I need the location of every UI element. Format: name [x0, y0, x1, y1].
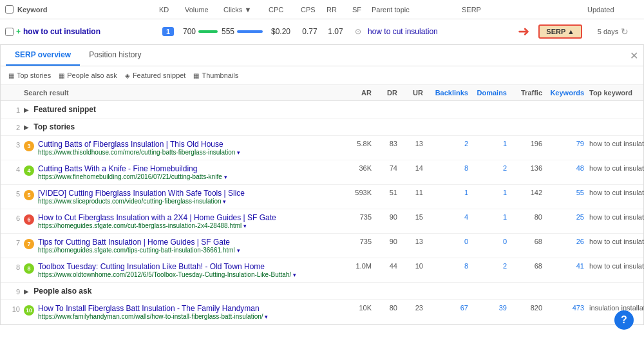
sf-column-header: SF	[352, 6, 372, 14]
updated-days: 5 days	[598, 28, 618, 35]
result-cell: 5 [VIDEO] Cutting Fiberglass Insulation …	[24, 189, 333, 205]
rr-value: 1.07	[328, 27, 343, 36]
row-checkbox[interactable]	[5, 28, 14, 36]
parent-topic-link[interactable]: how to cut insulation	[368, 27, 438, 36]
table-row: 9 ▶ People also ask	[1, 283, 643, 300]
ur-value: 14	[397, 164, 423, 172]
ar-value: 36K	[333, 164, 372, 172]
keywords-value[interactable]: 25	[542, 213, 584, 221]
filter-thumbnails[interactable]: ▦ Thumbnails	[193, 71, 238, 79]
result-title-link[interactable]: How to Cut Fiberglass Insulation with a …	[38, 213, 243, 222]
kd-column-header: KD	[159, 6, 185, 14]
url-dropdown-icon[interactable]: ▾	[265, 314, 268, 320]
dr-value: 51	[372, 189, 397, 196]
top-stories-icon: ▦	[8, 72, 14, 79]
filter-people-also-ask[interactable]: ▦ People also ask	[59, 71, 117, 79]
domains-value[interactable]: 0	[468, 238, 507, 245]
url-dropdown-icon[interactable]: ▾	[243, 223, 247, 229]
ar-value: 10K	[333, 304, 372, 312]
volume-bar	[198, 30, 218, 33]
filter-featured-snippet[interactable]: ◈ Featured snippet	[125, 71, 186, 79]
result-title-link[interactable]: Toolbox Tuesday: Cutting Insulation Like…	[38, 262, 265, 271]
dr-value: 83	[372, 140, 397, 147]
keywords-value[interactable]: 48	[542, 164, 584, 172]
traffic-header: Traffic	[507, 89, 542, 97]
url-dropdown-icon[interactable]: ▾	[223, 198, 226, 205]
help-button[interactable]: ?	[614, 310, 634, 325]
tab-position-history[interactable]: Position history	[80, 45, 150, 66]
top-keyword-value: how to cut insulation	[584, 189, 644, 196]
row-num: 2	[8, 122, 24, 131]
clicks-value: 555	[222, 27, 234, 36]
traffic-value: 68	[507, 262, 542, 270]
top-keyword-value: how to cut insulation	[584, 164, 644, 172]
result-cell: 10 How To Install Fiberglass Batt Insula…	[24, 304, 333, 320]
refresh-icon[interactable]: ↻	[621, 26, 629, 37]
tab-serp-overview[interactable]: SERP overview	[6, 45, 80, 66]
table-row: 8 8 Toolbox Tuesday: Cutting Insulation …	[1, 258, 643, 283]
section-label: ▶ Featured snippet	[24, 105, 333, 114]
keywords-value[interactable]: 26	[542, 238, 584, 245]
result-title-link[interactable]: [VIDEO] Cutting Fiberglass Insulation Wi…	[38, 189, 224, 198]
ar-header: AR	[333, 89, 372, 97]
section-label: ▶ People also ask	[24, 287, 333, 296]
triangle-icon: ▶	[24, 106, 29, 113]
results-table-body: 1 ▶ Featured snippet 2 ▶ Top stories	[1, 101, 643, 325]
backlinks-value[interactable]: 2	[423, 140, 468, 147]
filter-bar: ▦ Top stories ▦ People also ask ◈ Featur…	[1, 66, 643, 85]
traffic-value: 142	[507, 189, 542, 196]
rank-badge: 6	[24, 214, 34, 225]
clicks-column-header[interactable]: Clicks ▼	[223, 6, 269, 14]
select-all-checkbox[interactable]	[5, 5, 14, 14]
result-source: | SF Gate	[243, 213, 276, 222]
backlinks-value[interactable]: 1	[423, 189, 468, 196]
result-source: | SF Gate	[197, 238, 230, 247]
ur-value: 11	[397, 189, 423, 196]
result-title-link[interactable]: How To Install Fiberglass Batt Insulatio…	[38, 304, 260, 313]
url-dropdown-icon[interactable]: ▾	[237, 149, 240, 156]
serp-tabs: SERP overview Position history ✕	[1, 45, 643, 66]
domains-header: Domains	[468, 89, 507, 97]
people-also-ask-icon: ▦	[59, 72, 64, 79]
volume-column-header: Volume	[185, 6, 223, 14]
keywords-value[interactable]: 79	[542, 140, 584, 147]
cpc-column-header: CPC	[269, 6, 301, 14]
serp-button[interactable]: SERP ▲	[538, 24, 582, 39]
top-keyword-header: Top keyword	[584, 89, 644, 97]
backlinks-value[interactable]: 4	[423, 213, 468, 221]
domains-value[interactable]: 2	[468, 164, 507, 172]
keywords-value[interactable]: 55	[542, 189, 584, 196]
close-button[interactable]: ✕	[630, 50, 638, 62]
backlinks-value[interactable]: 8	[423, 164, 468, 172]
result-source: | This Old House	[166, 140, 223, 149]
sf-icon: ⊙	[355, 27, 361, 36]
result-title-link[interactable]: Cutting Batts With a Knife - Fine Homebu…	[38, 164, 197, 173]
domains-value[interactable]: 39	[468, 304, 507, 312]
domains-value[interactable]: 2	[468, 262, 507, 270]
expand-icon[interactable]: +	[16, 27, 21, 36]
result-title-link[interactable]: Tips for Cutting Batt Insulation | Home …	[38, 238, 197, 247]
backlinks-value[interactable]: 67	[423, 304, 468, 312]
keywords-header: Keywords	[542, 89, 584, 97]
backlinks-value[interactable]: 8	[423, 262, 468, 270]
result-title: How To Install Fiberglass Batt Insulatio…	[38, 304, 268, 313]
domains-value[interactable]: 1	[468, 189, 507, 196]
domains-value[interactable]: 1	[468, 213, 507, 221]
result-title-link[interactable]: Cutting Batts of Fiberglass Insulation	[38, 140, 166, 149]
keyword-link[interactable]: how to cut insulation	[23, 27, 100, 36]
url-dropdown-icon[interactable]: ▾	[224, 174, 227, 180]
keywords-value[interactable]: 473	[542, 304, 584, 312]
row-num: 9	[8, 287, 24, 296]
url-dropdown-icon[interactable]: ▾	[237, 247, 240, 254]
filter-top-stories[interactable]: ▦ Top stories	[8, 71, 51, 79]
domains-value[interactable]: 1	[468, 140, 507, 147]
keywords-value[interactable]: 41	[542, 262, 584, 270]
result-content: [VIDEO] Cutting Fiberglass Insulation Wi…	[38, 189, 245, 205]
result-content: Cutting Batts of Fiberglass Insulation |…	[38, 140, 240, 156]
result-url: https://homeguides.sfgate.com/cut-fiberg…	[38, 222, 276, 229]
url-dropdown-icon[interactable]: ▾	[293, 272, 296, 278]
traffic-value: 68	[507, 238, 542, 245]
ar-value: 735	[333, 213, 372, 221]
table-row: 7 7 Tips for Cutting Batt Insulation | H…	[1, 234, 643, 258]
backlinks-value[interactable]: 0	[423, 238, 468, 245]
